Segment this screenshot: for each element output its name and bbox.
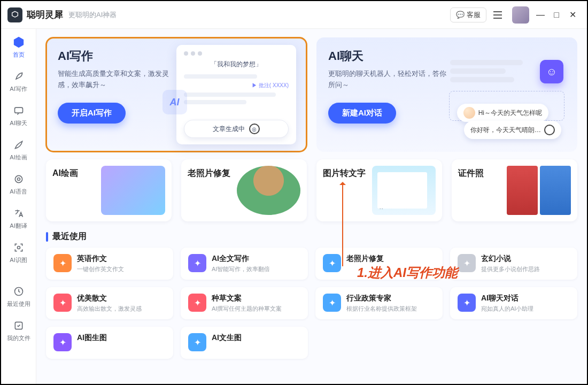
annotation-arrow [342,183,343,266]
svg-point-1 [15,175,22,182]
sidebar-item-recent[interactable]: 最近使用 [5,282,32,310]
card-icon: ✦ [458,294,476,312]
maximize-button[interactable]: □ [548,7,564,23]
tile-photo-restore[interactable]: 老照片修复 [181,159,307,221]
write-preview-panel: 「我和我的梦想」 ▶ 批注( XXXX) AI 文章生成中 ◎ [176,45,296,144]
svg-point-3 [17,247,20,249]
recent-heading: 最近使用 [46,231,577,242]
tile-title: 证件照 [458,168,484,179]
recent-card[interactable]: ✦ 种草文案 AI撰写任何主题的种草文案 [181,287,308,319]
app-name: 聪明灵犀 [27,9,63,21]
card-title: 英语作文 [77,254,124,264]
tile-ocr[interactable]: 图片转文字 武昌街的小调 有时候到重庆随意走过总会不自觉地想起武昌街街去走一阵，… [316,159,442,221]
new-ai-chat-button[interactable]: 新建AI对话 [328,103,396,124]
generating-label: 文章生成中 [213,125,245,134]
sidebar-label: 最近使用 [5,300,32,308]
recent-card[interactable]: ✦ 行业政策专家 根据行业名称提供政策框架 [315,287,443,319]
sidebar-item-write[interactable]: AI写作 [5,67,32,95]
card-subtitle: AI智能写作，效率翻倍 [212,265,270,273]
card-subtitle: AI撰写任何主题的种草文案 [212,305,282,313]
chat-bubble-user: Hi～今天的天气怎样呢 [457,104,548,122]
tile-id-photo[interactable]: 证件照 [452,159,577,221]
preview-quote: 「我和我的梦想」 [184,60,289,69]
sidebar-item-scan[interactable]: AI识图 [5,238,32,266]
brush-icon [12,138,26,152]
start-ai-write-button[interactable]: 开启AI写作 [58,103,126,124]
card-subtitle: 提供更多小说创作思路 [481,265,540,273]
titlebar: 聪明灵犀 更聪明的AI神器 💬 客服 — □ ✕ [1,1,587,29]
main-content: AI写作 智能生成高质量文章和文案，激发灵感，效率飙升～ 开启AI写作 「我和我… [36,29,587,384]
feather-icon [12,70,26,83]
sidebar-label: 首页 [5,51,32,59]
avatar-icon [463,107,475,119]
svg-rect-0 [14,107,22,113]
home-icon [12,35,26,49]
recent-heading-text: 最近使用 [52,231,87,242]
ai-badge-icon: AI [163,90,187,114]
chat-bubble-text: 你好呀，今天天气晴朗… [470,126,541,135]
tile-title: 图片转文字 [323,168,366,179]
sidebar-label: AI识图 [5,256,32,264]
recent-cards-grid: ✦ 英语作文 一键创作英文作文✦ AI全文写作 AI智能写作，效率翻倍✦ 老照片… [46,248,577,359]
svg-point-2 [17,178,20,181]
hero-ai-write[interactable]: AI写作 智能生成高质量文章和文案，激发灵感，效率飙升～ 开启AI写作 「我和我… [46,37,307,152]
card-subtitle: 宛如真人的AI小助理 [481,305,533,313]
tile-title: AI绘画 [52,168,78,179]
generating-status: 文章生成中 ◎ [184,120,289,138]
ocr-thumb: 武昌街的小调 有时候到重庆随意走过总会不自觉地想起武昌街街去走一阵，喜欢发现武昌… [372,166,436,215]
chat-preview-panel: ☺ Hi～今天的天气怎样呢 你好呀，今天天气晴朗… [447,45,567,144]
card-subtitle: 高效输出散文，激发灵感 [77,305,142,313]
ocr-body: 有时候到重庆随意走过总会不自觉地想起武昌街街去走一阵，喜欢发现武昌街大大不同了,… [380,184,426,210]
card-icon: ✦ [458,254,476,272]
recent-card[interactable]: ✦ AI图生图 [46,327,173,359]
sidebar-item-audio[interactable]: AI语音 [5,170,32,198]
sidebar-label: 我的文件 [5,334,32,342]
sidebar-item-draw[interactable]: AI绘画 [5,136,32,164]
tile-ai-draw[interactable]: AI绘画 [46,159,172,221]
annotation-text: 1.进入AI写作功能 [357,264,458,281]
sidebar: 首页 AI写作 AI聊天 AI绘画 AI语音 AI翻译 AI识图 最近使用 我的… [1,29,36,384]
scan-icon [12,241,26,255]
sidebar-item-translate[interactable]: AI翻译 [5,204,32,232]
app-logo-icon [7,7,22,22]
ocr-caption: 武昌街的小调 [380,174,426,182]
chat-icon [12,104,26,118]
card-title: 行业政策专家 [346,294,417,303]
recent-card[interactable]: ✦ AI文生图 [181,327,308,359]
recent-card[interactable]: ✦ 英语作文 一键创作英文作文 [46,248,173,280]
hero-ai-chat[interactable]: AI聊天 更聪明的聊天机器人，轻松对话，答你所问～ 新建AI对话 ☺ Hi～今天… [316,37,577,152]
recent-card[interactable]: ✦ 优美散文 高效输出散文，激发灵感 [46,287,173,319]
sidebar-item-chat[interactable]: AI聊天 [5,102,32,129]
photo-thumb [237,166,300,215]
sidebar-item-files[interactable]: 我的文件 [5,317,32,344]
audio-icon [12,172,26,186]
card-icon: ✦ [188,294,206,312]
clock-icon [12,284,26,298]
card-title: AI图生图 [77,333,107,343]
card-icon: ✦ [188,333,206,351]
chat-bubble-icon: 💬 [456,11,465,19]
card-icon: ✦ [323,254,341,272]
card-title: AI聊天对话 [481,294,533,303]
card-icon: ✦ [53,333,72,351]
app-glyph-icon: ◎ [249,124,260,134]
folder-icon [12,319,26,333]
recent-card[interactable]: ✦ AI聊天对话 宛如真人的AI小助理 [450,287,577,319]
card-title: 种草文案 [212,294,282,303]
card-title: AI文生图 [212,333,242,343]
recent-card[interactable]: ✦ AI全文写作 AI智能写作，效率翻倍 [181,248,308,280]
sidebar-item-home[interactable]: 首页 [5,33,32,61]
close-button[interactable]: ✕ [564,7,581,23]
customer-service-button[interactable]: 💬 客服 [450,7,486,22]
card-title: 玄幻小说 [481,254,540,264]
id-thumb [507,166,571,215]
tile-title: 老照片修复 [188,168,230,179]
menu-button[interactable] [490,7,506,23]
chat-bubble-text: Hi～今天的天气怎样呢 [478,109,542,118]
recent-card[interactable]: ✦ 玄幻小说 提供更多小说创作思路 [450,248,577,280]
user-avatar[interactable] [512,6,529,24]
card-icon: ✦ [53,294,72,312]
sidebar-label: AI绘画 [5,153,32,161]
chat-float-icon: ☺ [540,60,563,83]
minimize-button[interactable]: — [532,7,548,23]
